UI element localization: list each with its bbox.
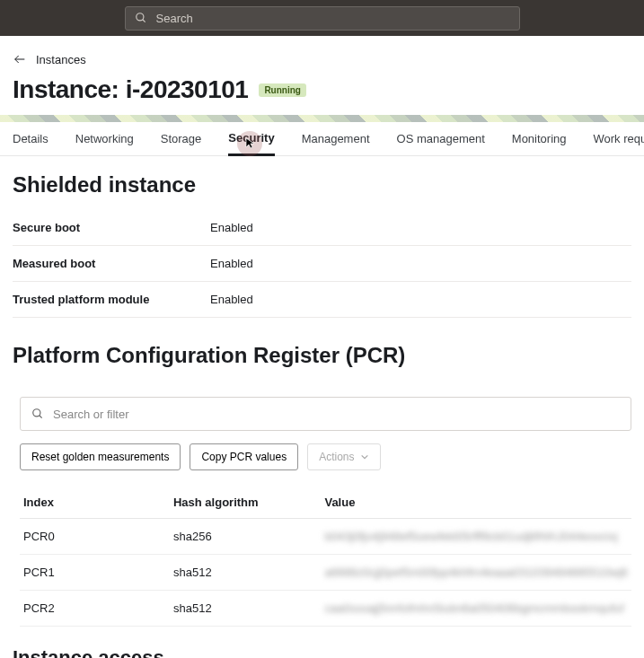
search-input[interactable] [156,12,510,25]
svg-point-3 [33,409,40,417]
tab-os-management[interactable]: OS management [397,123,485,154]
pcr-heading: Platform Configuration Register (PCR) [13,343,631,368]
pcr-value: a6666z0cjj0pef5m00fpp4khfm4eaaa031039484… [321,555,631,591]
breadcrumb-instances-link[interactable]: Instances [36,53,86,66]
topbar [0,0,644,36]
table-row: PCR1 sha512 a6666z0cjj0pef5m00fpp4khfm4e… [20,555,631,591]
pcr-filter-input[interactable] [53,408,620,421]
global-search[interactable] [125,6,520,31]
tab-monitoring[interactable]: Monitoring [512,123,567,154]
table-row: Measured boot Enabled [13,246,631,282]
tab-management[interactable]: Management [302,123,370,154]
measured-boot-value: Enabled [210,246,631,282]
status-badge: Running [259,83,306,97]
tpm-value: Enabled [210,282,631,318]
tab-security[interactable]: Security [228,122,274,156]
table-row: Secure boot Enabled [13,210,631,246]
instance-access-heading: Instance access [13,646,631,658]
pcr-hash: sha256 [170,519,321,555]
tab-details[interactable]: Details [13,123,49,154]
pcr-index: PCR1 [20,555,170,591]
pcr-heading-section: Platform Configuration Register (PCR) [0,327,644,368]
col-value: Value [321,487,631,519]
secure-boot-label: Secure boot [13,210,210,246]
search-icon [31,408,44,420]
page-header: Instance: i-20230101 Running [0,75,644,115]
tab-storage[interactable]: Storage [161,123,202,154]
pcr-section: Reset golden measurements Copy PCR value… [0,381,644,627]
page-title: Instance: i-20230101 [13,75,248,104]
tab-networking[interactable]: Networking [75,123,134,154]
table-row: PCR0 sha256 b043j0fjo4j948ef5oewfekl05rf… [20,519,631,555]
instance-access-section: Instance access [0,627,644,658]
pcr-index: PCR0 [20,519,170,555]
pcr-index: PCR2 [20,591,170,627]
pcr-value: b043j0fjo4j948ef5oewfekl05rfff9cb01sdj6f… [321,519,631,555]
tpm-label: Trusted platform module [13,282,210,318]
actions-dropdown-button[interactable]: Actions [307,443,380,470]
col-hash: Hash algorithm [170,487,321,519]
svg-point-0 [136,13,143,21]
breadcrumb[interactable]: Instances [0,36,644,75]
secure-boot-value: Enabled [210,210,631,246]
shielded-table: Secure boot Enabled Measured boot Enable… [13,210,631,318]
pcr-hash: sha512 [170,591,321,627]
reset-golden-measurements-button[interactable]: Reset golden measurements [20,443,181,470]
pcr-hash: sha512 [170,555,321,591]
copy-pcr-values-button[interactable]: Copy PCR values [190,443,298,470]
table-row: PCR2 sha512 caa0sssajj5nnfofmhn5iubn6a05… [20,591,631,627]
chevron-down-icon [360,452,369,461]
pcr-value: caa0sssajj5nnfofmhn5iubn6a050406bgmcmmbo… [321,591,631,627]
svg-line-4 [40,416,42,418]
col-index: Index [20,487,170,519]
arrow-left-icon [13,52,27,66]
measured-boot-label: Measured boot [13,246,210,282]
search-icon [135,12,147,24]
shielded-instance-section: Shielded instance Secure boot Enabled Me… [0,156,644,327]
actions-label: Actions [319,451,354,463]
tab-work-requests[interactable]: Work requests [594,123,644,154]
pcr-table: Index Hash algorithm Value PCR0 sha256 b… [20,487,631,627]
table-row: Trusted platform module Enabled [13,282,631,318]
tabs: Details Networking Storage Security Mana… [0,122,644,156]
shielded-heading: Shielded instance [13,172,631,197]
pcr-button-row: Reset golden measurements Copy PCR value… [20,443,631,470]
svg-line-1 [142,20,145,22]
decorative-stripe [0,115,644,122]
pcr-filter[interactable] [20,397,631,431]
